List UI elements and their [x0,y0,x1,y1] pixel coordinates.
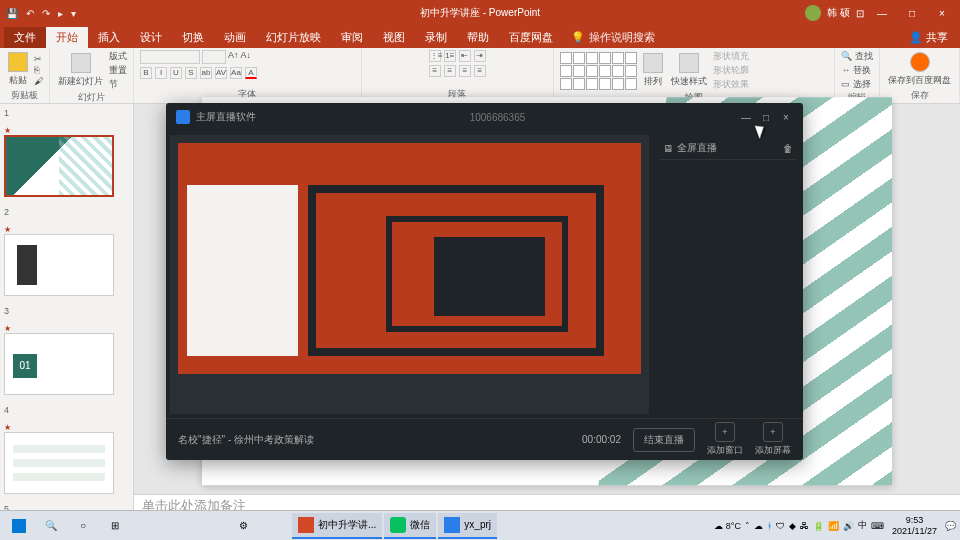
start-button[interactable] [4,513,34,539]
shapes-gallery[interactable] [560,52,637,90]
italic-icon[interactable]: I [155,67,167,79]
save-baidu-button[interactable]: 保存到百度网盘 [886,50,953,89]
overlay-close-icon[interactable]: × [779,112,793,123]
tray-ime-icon[interactable]: 中 [858,519,867,532]
layout-button[interactable]: 版式 [109,50,127,63]
align-right-icon[interactable]: ≡ [459,65,471,77]
decrease-font-icon[interactable]: A↓ [241,50,252,64]
app-chrome[interactable] [196,513,226,539]
app-explorer[interactable] [132,513,162,539]
tray-app-icon[interactable]: ◆ [789,521,796,531]
tab-view[interactable]: 视图 [373,27,415,48]
quick-styles-button[interactable]: 快速样式 [669,51,709,90]
slide-thumbnails-panel[interactable]: 1★ 2★ 3★01 4★ 5★ 6★ 7 [0,104,134,518]
font-size-input[interactable] [202,50,226,64]
minimize-button[interactable]: — [870,8,894,19]
tab-animations[interactable]: 动画 [214,27,256,48]
tray-security-icon[interactable]: 🛡 [776,521,785,531]
shape-effects-button[interactable]: 形状效果 [713,78,749,91]
find-button[interactable]: 🔍 查找 [841,50,873,63]
taskbar-clock[interactable]: 9:53 2021/11/27 [888,515,941,537]
spacing-icon[interactable]: AV [215,67,227,79]
align-left-icon[interactable]: ≡ [429,65,441,77]
share-button[interactable]: 👤 共享 [901,28,956,47]
tray-onedrive-icon[interactable]: ☁ [754,521,763,531]
tell-me-search[interactable]: 💡 操作说明搜索 [571,30,655,45]
section-button[interactable]: 节 [109,78,127,91]
underline-icon[interactable]: U [170,67,182,79]
taskbar-app-wechat[interactable]: 微信 [384,513,436,539]
arrange-button[interactable]: 排列 [641,51,665,90]
increase-font-icon[interactable]: A↑ [228,50,239,64]
format-painter-icon[interactable]: 🖌 [34,76,43,86]
notifications-icon[interactable]: 💬 [945,521,956,531]
ribbon-options-icon[interactable]: ⊡ [856,8,864,19]
undo-icon[interactable]: ↶ [26,8,34,19]
overlay-maximize-icon[interactable]: □ [759,112,773,123]
reset-button[interactable]: 重置 [109,64,127,77]
cut-icon[interactable]: ✂ [34,54,43,64]
bold-icon[interactable]: B [140,67,152,79]
font-family-input[interactable] [140,50,200,64]
taskbar-app-yx[interactable]: yx_prj [438,513,497,539]
align-center-icon[interactable]: ≡ [444,65,456,77]
shape-fill-button[interactable]: 形状填充 [713,50,749,63]
stream-preview[interactable] [170,135,649,414]
tab-help[interactable]: 帮助 [457,27,499,48]
copy-icon[interactable]: ⎘ [34,65,43,75]
thumbnail-4[interactable]: 4★ [4,405,129,498]
taskbar-app-powerpoint[interactable]: 初中升学讲... [292,513,382,539]
delete-source-icon[interactable]: 🗑 [783,143,793,154]
tab-design[interactable]: 设计 [130,27,172,48]
overlay-titlebar[interactable]: 主屏直播软件 1006686365 — □ × [166,103,803,131]
case-icon[interactable]: Aa [230,67,242,79]
bullets-icon[interactable]: ⋮≡ [429,50,441,62]
redo-icon[interactable]: ↷ [42,8,50,19]
strikethrough-icon[interactable]: S [185,67,197,79]
justify-icon[interactable]: ≡ [474,65,486,77]
tab-review[interactable]: 审阅 [331,27,373,48]
tab-home[interactable]: 开始 [46,27,88,48]
tray-volume-icon[interactable]: 🔊 [843,521,854,531]
fullscreen-source[interactable]: 🖥 全屏直播 🗑 [659,137,797,160]
tab-transitions[interactable]: 切换 [172,27,214,48]
tray-bluetooth-icon[interactable]: ᚼ [767,521,772,531]
close-button[interactable]: × [930,8,954,19]
font-color-icon[interactable]: A [245,67,257,79]
add-screen-button[interactable]: + 添加屏幕 [755,422,791,457]
save-icon[interactable]: 💾 [6,8,18,19]
weather-widget[interactable]: ☁ 8°C [714,521,741,531]
slideshow-icon[interactable]: ▸ [58,8,63,19]
add-window-button[interactable]: + 添加窗口 [707,422,743,457]
thumbnail-2[interactable]: 2★ [4,207,129,300]
paste-button[interactable]: 粘贴 [6,50,30,89]
tab-baidu[interactable]: 百度网盘 [499,27,563,48]
thumbnail-3[interactable]: 3★01 [4,306,129,399]
user-avatar[interactable] [805,5,821,21]
tray-input-icon[interactable]: ⌨ [871,521,884,531]
numbering-icon[interactable]: 1≡ [444,50,456,62]
tab-file[interactable]: 文件 [4,27,46,48]
user-name[interactable]: 韩 硕 [827,6,850,20]
end-stream-button[interactable]: 结束直播 [633,428,695,452]
app-edge[interactable] [164,513,194,539]
shadow-icon[interactable]: ab [200,67,212,79]
maximize-button[interactable]: □ [900,8,924,19]
overlay-minimize-icon[interactable]: — [739,112,753,123]
replace-button[interactable]: ↔ 替换 [841,64,873,77]
tray-battery-icon[interactable]: 🔋 [813,521,824,531]
app-settings[interactable]: ⚙ [228,513,258,539]
qat-more-icon[interactable]: ▾ [71,8,76,19]
indent-right-icon[interactable]: ⇥ [474,50,486,62]
tab-insert[interactable]: 插入 [88,27,130,48]
shape-outline-button[interactable]: 形状轮廓 [713,64,749,77]
new-slide-button[interactable]: 新建幻灯片 [56,51,105,90]
select-button[interactable]: ▭ 选择 [841,78,873,91]
tray-wifi-icon[interactable]: 📶 [828,521,839,531]
task-view-button[interactable]: ⊞ [100,513,130,539]
cortana-button[interactable]: ○ [68,513,98,539]
indent-left-icon[interactable]: ⇤ [459,50,471,62]
tab-recording[interactable]: 录制 [415,27,457,48]
tab-slideshow[interactable]: 幻灯片放映 [256,27,331,48]
tray-overflow-icon[interactable]: ˄ [745,521,750,531]
